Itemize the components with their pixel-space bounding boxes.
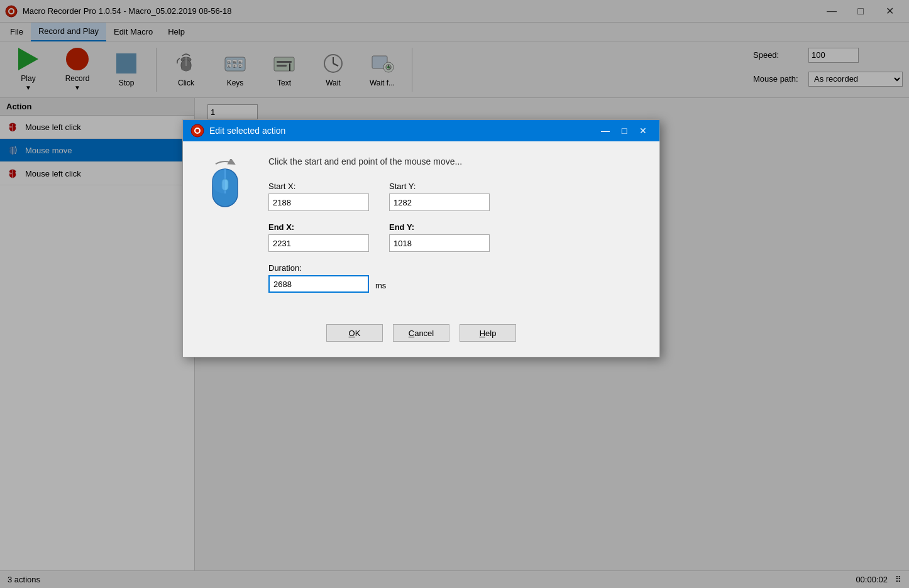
svg-point-46 <box>196 129 199 133</box>
dialog-window-controls: — □ ✕ <box>597 122 652 139</box>
duration-row: Duration: ms <box>268 263 639 293</box>
dialog-body: Click the start and end point of the mou… <box>183 141 659 317</box>
dialog-form: Click the start and end point of the mou… <box>268 156 639 304</box>
start-y-group: Start Y: <box>389 182 490 211</box>
start-x-label: Start X: <box>268 182 369 191</box>
end-y-group: End Y: <box>389 222 490 252</box>
duration-label: Duration: <box>268 263 369 273</box>
dialog-close-button[interactable]: ✕ <box>634 122 652 139</box>
dialog-title-text: Edit selected action <box>209 126 597 136</box>
duration-group: Duration: <box>268 263 369 293</box>
start-x-input[interactable] <box>268 193 369 211</box>
dialog-mouse-icon-area <box>203 156 253 304</box>
dialog-instruction: Click the start and end point of the mou… <box>268 156 639 166</box>
end-y-label: End Y: <box>389 222 490 232</box>
end-x-input[interactable] <box>268 234 369 252</box>
help-button[interactable]: Help <box>460 324 516 342</box>
dialog-title-bar: Edit selected action — □ ✕ <box>183 120 659 141</box>
edit-action-dialog: Edit selected action — □ ✕ <box>182 119 660 357</box>
start-x-group: Start X: <box>268 182 369 211</box>
dialog-footer: OK Cancel Help <box>183 317 659 357</box>
ok-button[interactable]: OK <box>326 324 383 342</box>
start-y-label: Start Y: <box>389 182 490 191</box>
dialog-mouse-svg <box>203 159 247 219</box>
cancel-button[interactable]: Cancel <box>393 324 449 342</box>
start-y-input[interactable] <box>389 193 490 211</box>
duration-input[interactable] <box>268 275 369 293</box>
dialog-maximize-button[interactable]: □ <box>615 122 633 139</box>
dialog-title-icon <box>190 124 204 138</box>
dialog-minimize-button[interactable]: — <box>597 122 614 139</box>
end-y-input[interactable] <box>389 234 490 252</box>
end-x-label: End X: <box>268 222 369 232</box>
end-coords-row: End X: End Y: <box>268 222 639 252</box>
ms-label: ms <box>375 281 386 293</box>
start-coords-row: Start X: Start Y: <box>268 182 639 211</box>
end-x-group: End X: <box>268 222 369 252</box>
